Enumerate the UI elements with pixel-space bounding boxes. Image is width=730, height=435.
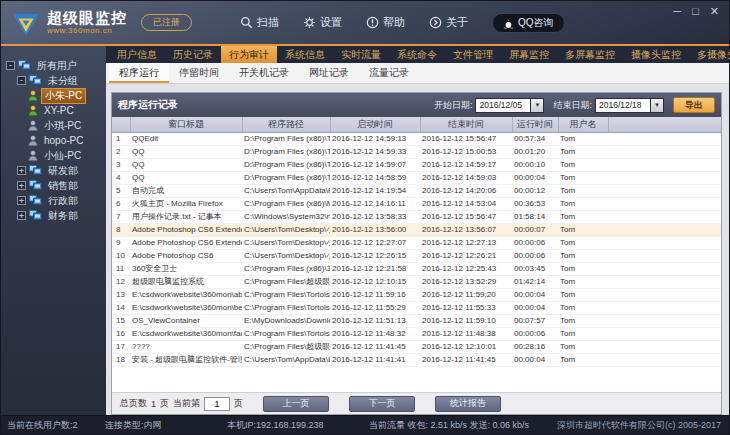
tree-item-财务部[interactable]: +财务部: [1, 208, 106, 223]
expand-toggle[interactable]: +: [17, 196, 26, 205]
row-number: 12: [112, 275, 130, 288]
end-time-cell: 2016-12-12 11:48:38: [420, 327, 512, 340]
tree-item-行政部[interactable]: +行政部: [1, 193, 106, 208]
program-path-cell: C:\Users\Tom\Desktop\小朱工作资料\Adobe Photos…: [242, 223, 330, 236]
sub-tab-开关机记录[interactable]: 开关机记录: [229, 63, 299, 83]
settings-icon: [303, 16, 316, 29]
column-header[interactable]: 结束时间: [420, 117, 512, 132]
关于-button[interactable]: 关于: [429, 15, 468, 30]
chevron-down-icon[interactable]: ▼: [651, 98, 664, 113]
sub-tab-网址记录[interactable]: 网址记录: [299, 63, 359, 83]
main-tab-多摄像头监控[interactable]: 多摄像头监控: [689, 46, 730, 63]
sub-tab-流量记录[interactable]: 流量记录: [359, 63, 419, 83]
table-row[interactable]: 16E:\csdwork\website\360mon\faqC:\Progra…: [112, 327, 721, 340]
table-row[interactable]: 6火狐主页 - Mozilla FirefoxC:\Program Files …: [112, 197, 721, 210]
start-date-picker[interactable]: 2016/12/05 ▼: [475, 98, 544, 113]
table-row[interactable]: 9Adobe Photoshop CS6 ExtendedC:\Users\To…: [112, 236, 721, 249]
table-row[interactable]: 15OS_ViewContainerE:\MyDownloads\Downloa…: [112, 314, 721, 327]
expand-toggle[interactable]: +: [17, 211, 26, 220]
table-row[interactable]: 11360安全卫士C:\Program Files (x86)\360\360s…: [112, 262, 721, 275]
expand-toggle[interactable]: +: [17, 166, 26, 175]
table-empty-area: [112, 367, 721, 393]
table-row[interactable]: 10Adobe Photoshop CS6C:\Users\Tom\Deskto…: [112, 249, 721, 262]
main-tab-屏幕监控[interactable]: 屏幕监控: [501, 46, 557, 63]
page-unit-label: 页: [160, 397, 169, 410]
main-tab-行为审计[interactable]: 行为审计: [221, 46, 277, 63]
end-time-cell: 2016-12-12 12:27:13: [420, 236, 512, 249]
column-header[interactable]: [608, 117, 721, 132]
main-tab-文件管理[interactable]: 文件管理: [445, 46, 501, 63]
filler-cell: [608, 262, 721, 275]
program-path-cell: E:\MyDownloads\Download\AdobeDreamweaver: [242, 314, 330, 327]
maximize-button[interactable]: □: [692, 5, 699, 18]
tree-item-hopo-PC[interactable]: hopo-PC: [1, 133, 106, 148]
tree-item-小仙-PC[interactable]: 小仙-PC: [1, 148, 106, 163]
expand-toggle[interactable]: -: [6, 61, 15, 70]
current-page-input[interactable]: [204, 397, 230, 411]
table-row[interactable]: 2QQD:\Program Files (x86)\Tencent\QQLite…: [112, 145, 721, 158]
qq-consult-button[interactable]: QQ咨询: [492, 13, 565, 33]
total-pages-value: 1: [151, 399, 156, 409]
main-tab-历史记录[interactable]: 历史记录: [165, 46, 221, 63]
table-row[interactable]: 8Adobe Photoshop CS6 ExtendedC:\Users\To…: [112, 223, 721, 236]
column-header[interactable]: 程序路径: [242, 117, 330, 132]
close-button[interactable]: ✕: [710, 5, 719, 18]
sub-tab-程序运行[interactable]: 程序运行: [109, 63, 169, 83]
table-row[interactable]: 17????C:\Program Files\超级眼电脑监控软件\Client.…: [112, 340, 721, 353]
main-tab-实时流量[interactable]: 实时流量: [333, 46, 389, 63]
main-tab-用户信息[interactable]: 用户信息: [109, 46, 165, 63]
filler-cell: [608, 223, 721, 236]
end-date-value[interactable]: 2016/12/18: [595, 98, 651, 113]
column-header[interactable]: 窗口标题: [130, 117, 242, 132]
expand-toggle[interactable]: +: [17, 181, 26, 190]
设置-button[interactable]: 设置: [303, 15, 342, 30]
table-row[interactable]: 12超级眼电脑监控系统C:\Program Files\超级眼电脑监控软件\Cl…: [112, 275, 721, 288]
chevron-down-icon[interactable]: ▼: [531, 98, 544, 113]
stats-report-button[interactable]: 统计报告: [435, 396, 501, 412]
filler-cell: [608, 171, 721, 184]
table-row[interactable]: 1QQEditD:\Program Files (x86)\Tencent\QQ…: [112, 132, 721, 145]
program-run-panel: 程序运行记录 开始日期: 2016/12/05 ▼ 结束日期: 2016/12/…: [111, 92, 722, 415]
table-row[interactable]: 5自动完成C:\Users\Tom\AppData\Roaming\360se6…: [112, 184, 721, 197]
action-label: 设置: [320, 15, 342, 30]
table-row[interactable]: 13E:\csdwork\website\360mon\aboutC:\Prog…: [112, 288, 721, 301]
sub-tab-停留时间[interactable]: 停留时间: [169, 63, 229, 83]
main-tab-摄像头监控[interactable]: 摄像头监控: [623, 46, 689, 63]
table-row[interactable]: 4QQD:\Program Files (x86)\Tencent\QQLite…: [112, 171, 721, 184]
table-row[interactable]: 3QQD:\Program Files (x86)\Tencent\QQLite…: [112, 158, 721, 171]
end-time-cell: 2016-12-12 11:41:45: [420, 353, 512, 366]
tree-item-销售部[interactable]: +销售部: [1, 178, 106, 193]
扫描-button[interactable]: 扫描: [240, 15, 279, 30]
tree-item-label: 销售部: [45, 178, 81, 194]
tree-item-label: 小朱-PC: [41, 88, 86, 104]
table-row[interactable]: 14E:\csdwork\website\360mon\beianC:\Prog…: [112, 301, 721, 314]
minimize-button[interactable]: ─: [673, 5, 681, 18]
tree-item-label: 行政部: [45, 193, 81, 209]
tree-item-小朱-PC[interactable]: 小朱-PC: [1, 88, 106, 103]
column-header[interactable]: [112, 117, 130, 132]
main-tab-多屏幕监控[interactable]: 多屏幕监控: [557, 46, 623, 63]
end-date-picker[interactable]: 2016/12/18 ▼: [595, 98, 664, 113]
帮助-button[interactable]: 帮助: [366, 15, 405, 30]
tree-item-未分组[interactable]: -未分组: [1, 73, 106, 88]
start-date-value[interactable]: 2016/12/05: [475, 98, 531, 113]
username-cell: Tom: [558, 262, 608, 275]
tree-item-研发部[interactable]: +研发部: [1, 163, 106, 178]
tree-item-XY-PC[interactable]: XY-PC: [1, 103, 106, 118]
export-button[interactable]: 导出: [673, 97, 715, 113]
column-header[interactable]: 运行时间: [512, 117, 558, 132]
window-title-cell: OS_ViewContainer: [130, 314, 242, 327]
next-page-button[interactable]: 下一页: [349, 396, 415, 412]
username-cell: Tom: [558, 132, 608, 145]
tree-item-所有用户[interactable]: -所有用户: [1, 58, 106, 73]
tree-item-小琪-PC[interactable]: 小琪-PC: [1, 118, 106, 133]
table-row[interactable]: 18安装 - 超级眼电脑监控软件-管理端(内C:\Users\Tom\AppDa…: [112, 353, 721, 366]
column-header[interactable]: 启动时间: [330, 117, 420, 132]
table-row[interactable]: 7用户操作记录.txt - 记事本C:\Windows\System32\not…: [112, 210, 721, 223]
column-header[interactable]: 用户名: [558, 117, 608, 132]
expand-toggle[interactable]: -: [17, 76, 26, 85]
prev-page-button[interactable]: 上一页: [263, 396, 329, 412]
traffic-status: 当前流量 收包: 2.51 kb/s 发送: 0.06 kb/s: [369, 419, 529, 432]
main-tab-系统命令[interactable]: 系统命令: [389, 46, 445, 63]
main-tab-系统信息[interactable]: 系统信息: [277, 46, 333, 63]
